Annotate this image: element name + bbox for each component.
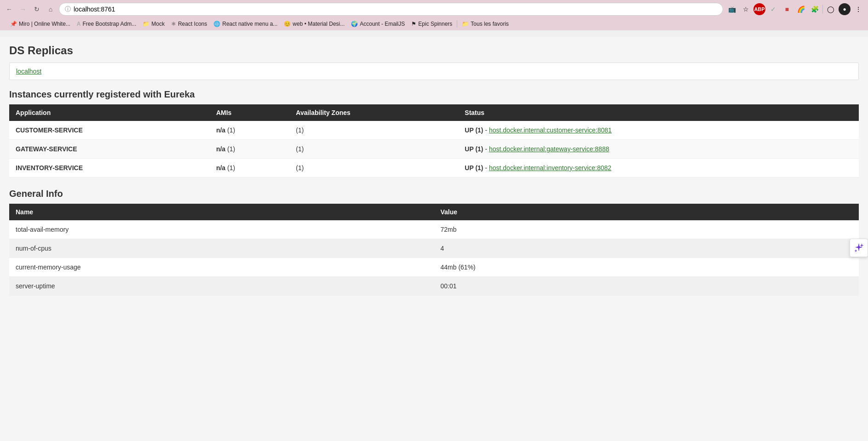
react-native-icon: 🌐 bbox=[213, 21, 220, 27]
col-zones: Availability Zones bbox=[289, 104, 458, 121]
color-icon[interactable]: 🌈 bbox=[795, 3, 807, 15]
cell-value: 4 bbox=[434, 239, 859, 258]
table-row: GATEWAY-SERVICEn/a (1)(1)UP (1) - host.d… bbox=[9, 140, 859, 159]
puzzle-icon[interactable]: 🧩 bbox=[809, 3, 821, 15]
mock-icon: 📁 bbox=[143, 21, 149, 27]
general-info-tbody: total-avail-memory72mbnum-of-cpus4curren… bbox=[9, 220, 859, 296]
menu-icon[interactable]: ⋮ bbox=[852, 3, 864, 15]
cell-value: 72mb bbox=[434, 220, 859, 239]
cell-status: UP (1) - host.docker.internal:inventory-… bbox=[458, 159, 859, 178]
bookmark-react-native-label: React native menu a... bbox=[222, 21, 277, 27]
divider bbox=[822, 5, 823, 14]
bookmark-material[interactable]: 😊 web • Material Desi... bbox=[281, 20, 347, 28]
bookmarks-bar: 📌 Miro | Online White... A Free Bootstra… bbox=[4, 18, 864, 30]
material-icon: 😊 bbox=[284, 21, 291, 27]
react-icons-icon: ⚛ bbox=[171, 21, 176, 27]
miro-icon: 📌 bbox=[10, 21, 17, 27]
cell-zones: (1) bbox=[289, 159, 458, 178]
cell-value: 44mb (61%) bbox=[434, 258, 859, 277]
tous-icon: 📁 bbox=[462, 21, 469, 27]
cell-amis: n/a (1) bbox=[210, 159, 289, 178]
status-link[interactable]: host.docker.internal:customer-service:80… bbox=[489, 126, 612, 134]
status-link[interactable]: host.docker.internal:inventory-service:8… bbox=[489, 164, 611, 172]
cell-status: UP (1) - host.docker.internal:gateway-se… bbox=[458, 140, 859, 159]
sidebar-icon[interactable]: ◯ bbox=[825, 3, 837, 15]
bookmarks-separator bbox=[457, 20, 457, 28]
general-info-header-row: Name Value bbox=[9, 204, 859, 220]
cell-zones: (1) bbox=[289, 140, 458, 159]
bookmark-miro[interactable]: 📌 Miro | Online White... bbox=[7, 20, 73, 28]
instances-tbody: CUSTOMER-SERVICEn/a (1)(1)UP (1) - host.… bbox=[9, 121, 859, 178]
cell-amis: n/a (1) bbox=[210, 121, 289, 140]
cell-value: 00:01 bbox=[434, 277, 859, 296]
cell-name: total-avail-memory bbox=[9, 220, 434, 239]
spinners-icon: ⚑ bbox=[411, 21, 416, 27]
localhost-link[interactable]: localhost bbox=[16, 68, 41, 75]
cell-name: current-memory-usage bbox=[9, 258, 434, 277]
info-icon: ⓘ bbox=[65, 5, 71, 13]
bookmark-react-icons[interactable]: ⚛ React Icons bbox=[168, 20, 210, 28]
cell-amis: n/a (1) bbox=[210, 140, 289, 159]
profile-icon[interactable]: ● bbox=[839, 3, 851, 15]
sparkle-button[interactable] bbox=[850, 239, 868, 257]
bookmark-bootstrap[interactable]: A Free Bootstrap Adm... bbox=[74, 20, 139, 28]
home-button[interactable]: ⌂ bbox=[45, 4, 56, 15]
cell-zones: (1) bbox=[289, 121, 458, 140]
cast-icon[interactable]: 📺 bbox=[726, 3, 738, 15]
table-row: INVENTORY-SERVICEn/a (1)(1)UP (1) - host… bbox=[9, 159, 859, 178]
table-row: current-memory-usage44mb (61%) bbox=[9, 258, 859, 277]
bookmark-spinners-label: Epic Spinners bbox=[418, 21, 452, 27]
col-value: Value bbox=[434, 204, 859, 220]
star-icon[interactable]: ☆ bbox=[740, 3, 752, 15]
cell-application: INVENTORY-SERVICE bbox=[9, 159, 210, 178]
page-content: DS Replicas localhost Instances currentl… bbox=[0, 37, 868, 441]
instances-table: Application AMIs Availability Zones Stat… bbox=[9, 104, 859, 178]
cell-name: server-uptime bbox=[9, 277, 434, 296]
instances-table-header: Application AMIs Availability Zones Stat… bbox=[9, 104, 859, 121]
ds-replicas-box: localhost bbox=[9, 63, 859, 80]
col-status: Status bbox=[458, 104, 859, 121]
cell-status: UP (1) - host.docker.internal:customer-s… bbox=[458, 121, 859, 140]
bookmark-mock-label: Mock bbox=[151, 21, 165, 27]
shield-icon[interactable]: ■ bbox=[781, 3, 793, 15]
bookmark-mock[interactable]: 📁 Mock bbox=[140, 20, 167, 28]
toolbar-icons: 📺 ☆ ABP ✓ ■ 🌈 🧩 ◯ ● ⋮ bbox=[726, 3, 864, 15]
bookmark-bootstrap-label: Free Bootstrap Adm... bbox=[83, 21, 137, 27]
url-input[interactable] bbox=[74, 6, 717, 13]
col-name: Name bbox=[9, 204, 434, 220]
bookmark-material-label: web • Material Desi... bbox=[293, 21, 345, 27]
bookmark-emailjs-label: Account - EmailJS bbox=[360, 21, 405, 27]
bookmark-tous[interactable]: 📁 Tous les favoris bbox=[459, 20, 512, 28]
reload-button[interactable]: ↻ bbox=[31, 4, 42, 15]
general-info-title: General Info bbox=[9, 189, 859, 199]
cell-name: num-of-cpus bbox=[9, 239, 434, 258]
bookmark-miro-label: Miro | Online White... bbox=[19, 21, 70, 27]
instances-header-row: Application AMIs Availability Zones Stat… bbox=[9, 104, 859, 121]
status-link[interactable]: host.docker.internal:gateway-service:888… bbox=[489, 145, 609, 153]
col-amis: AMIs bbox=[210, 104, 289, 121]
cell-application: CUSTOMER-SERVICE bbox=[9, 121, 210, 140]
bookmark-tous-label: Tous les favoris bbox=[471, 21, 509, 27]
browser-chrome: ← → ↻ ⌂ ⓘ 📺 ☆ ABP ✓ ■ 🌈 🧩 ◯ ● ⋮ 📌 Miro |… bbox=[0, 0, 868, 30]
bookmark-spinners[interactable]: ⚑ Epic Spinners bbox=[408, 20, 455, 28]
back-button[interactable]: ← bbox=[4, 4, 15, 15]
forward-button[interactable]: → bbox=[17, 4, 29, 15]
bookmark-react-native[interactable]: 🌐 React native menu a... bbox=[211, 20, 280, 28]
check-icon[interactable]: ✓ bbox=[767, 3, 779, 15]
emailjs-icon: 🌍 bbox=[351, 21, 358, 27]
table-row: CUSTOMER-SERVICEn/a (1)(1)UP (1) - host.… bbox=[9, 121, 859, 140]
table-row: server-uptime00:01 bbox=[9, 277, 859, 296]
general-info-header: Name Value bbox=[9, 204, 859, 220]
bootstrap-icon: A bbox=[77, 21, 81, 27]
bookmark-react-icons-label: React Icons bbox=[178, 21, 207, 27]
address-bar[interactable]: ⓘ bbox=[59, 3, 723, 16]
browser-toolbar: ← → ↻ ⌂ ⓘ 📺 ☆ ABP ✓ ■ 🌈 🧩 ◯ ● ⋮ bbox=[4, 3, 864, 16]
general-info-table: Name Value total-avail-memory72mbnum-of-… bbox=[9, 204, 859, 296]
table-row: total-avail-memory72mb bbox=[9, 220, 859, 239]
abp-icon[interactable]: ABP bbox=[753, 3, 765, 15]
col-application: Application bbox=[9, 104, 210, 121]
instances-title: Instances currently registered with Eure… bbox=[9, 89, 859, 100]
bookmark-emailjs[interactable]: 🌍 Account - EmailJS bbox=[348, 20, 408, 28]
page-title: DS Replicas bbox=[9, 44, 859, 57]
cell-application: GATEWAY-SERVICE bbox=[9, 140, 210, 159]
